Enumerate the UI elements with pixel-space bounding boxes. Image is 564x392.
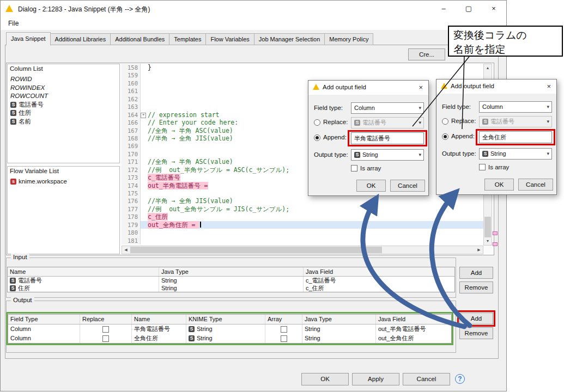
tab-templates[interactable]: Templates [169,33,206,45]
dialog-cancel-button[interactable]: Cancel [518,179,553,191]
code-line[interactable]: 181 [122,237,483,244]
tab-additional-libraries[interactable]: Additional Libraries [51,33,111,45]
code-editor[interactable]: 158}159160161162163164+// expression sta… [122,64,483,246]
code-line[interactable]: 159 [122,71,483,79]
code-line[interactable]: 163 [122,103,483,111]
scroll-left-icon[interactable]: ◀ [122,246,130,254]
code-line[interactable]: 172//例 out_半角サンプル = ASC(c_サンプル); [122,166,483,174]
table-row[interactable]: S電話番号Stringc_電話番号 [8,277,454,284]
output-type-select[interactable]: S String ▾ [351,149,424,161]
replace-column-select[interactable]: S 電話番号 ▾ [351,117,424,128]
input-remove-button[interactable]: Remove [459,281,493,293]
line-number: 175 [122,189,141,197]
text-caret [200,222,201,228]
code-line[interactable]: 160 [122,79,483,87]
code-line[interactable]: 171//全角 → 半角 ASC(value) [122,158,483,166]
flow-variable-item[interactable]: sknime.workspace [8,177,119,186]
maximize-button[interactable]: ▢ [456,1,481,17]
code-text [146,87,148,95]
output-remove-button[interactable]: Remove [459,327,493,339]
input-add-button[interactable]: Add [459,267,493,279]
knime-warning-icon [313,84,319,90]
code-text: //全角 → 半角 ASC(value) [146,158,233,166]
code-line[interactable]: 167//全角 → 半角 ASC(value) [122,127,483,134]
chevron-down-icon: ▾ [419,103,421,113]
replace-radio[interactable] [442,118,448,125]
field-type-select[interactable]: Column ▾ [479,101,552,113]
table-row[interactable]: S住所Stringc_住所 [8,284,454,292]
code-line[interactable]: 162 [122,95,483,103]
dialog-titlebar[interactable]: Add output field × [436,79,556,94]
input-group-title: Input [11,254,29,260]
code-line[interactable]: 166// Enter your code here: [122,119,483,126]
tab-memory-policy[interactable]: Memory Policy [325,33,373,45]
dialog-ok-button[interactable]: OK [484,179,514,191]
is-array-checkbox[interactable] [351,165,357,171]
dialog-ok-button[interactable]: OK [356,180,386,192]
horizontal-scroll-thumb[interactable] [130,247,382,253]
fold-strip [141,142,146,150]
code-line[interactable]: 161 [122,87,483,95]
code-text: // Enter your code here: [146,119,238,126]
minimize-button[interactable]: – [431,1,456,17]
vertical-scroll-thumb[interactable] [484,217,491,237]
flow-variable-list-panel: Flow Variable List sknime.workspace [7,166,120,254]
column-list-item[interactable]: ROWCOUNT [8,92,119,101]
code-line[interactable]: 170 [122,150,483,158]
menu-file[interactable]: File [4,19,23,28]
ok-button[interactable]: OK [301,373,349,385]
close-icon[interactable]: × [547,82,551,90]
scroll-right-icon[interactable]: ▶ [475,246,483,254]
is-array-checkbox[interactable] [479,164,486,170]
code-line[interactable]: 179out_全角住所 = [122,221,483,229]
code-line[interactable]: 173c_電話番号 [122,174,483,181]
replace-column-select[interactable]: S 電話番号 ▾ [479,116,552,127]
dialog-titlebar[interactable]: Add output field × [308,81,428,95]
fold-strip [141,79,146,87]
code-line[interactable]: 178c_住所 [122,213,483,220]
occurrence-highlight: out_半角電話番号 = [148,182,208,189]
close-icon[interactable]: × [419,83,423,91]
column-list-item[interactable]: S名前 [8,118,119,126]
tab-flow-variables[interactable]: Flow Variables [206,33,254,45]
string-type-icon: S [10,278,16,284]
code-line[interactable]: 174out_半角電話番号 = [122,182,483,189]
code-line[interactable]: 168//半角 → 全角 JIS(value) [122,134,483,142]
is-array-label: Is array [488,164,509,170]
code-line[interactable]: 176//半角 → 全角 JIS(value) [122,197,483,205]
string-type-icon: S [354,152,360,158]
tab-additional-bundles[interactable]: Additional Bundles [111,33,169,45]
column-list-item[interactable]: ROWID [8,75,119,84]
help-icon[interactable]: ? [455,374,465,384]
column-list-item[interactable]: S住所 [8,109,119,118]
apply-button[interactable]: Apply [352,373,399,385]
code-line[interactable]: 169 [122,142,483,150]
code-text [146,103,148,111]
cancel-button[interactable]: Cancel [403,373,450,385]
column-list-item[interactable]: S電話番号 [8,101,119,109]
code-line[interactable]: 175 [122,189,483,197]
code-text [146,79,148,87]
field-type-select[interactable]: Column ▾ [351,102,424,114]
fold-strip [141,87,146,95]
code-line[interactable]: 158} [122,64,483,71]
code-text: c_住所 [146,213,168,220]
tab-job-manager-selection[interactable]: Job Manager Selection [254,33,325,45]
append-radio[interactable] [314,134,320,141]
horizontal-scrollbar[interactable]: ◀ ▶ [122,246,483,254]
code-line[interactable]: 180 [122,229,483,236]
tab-java-snippet[interactable]: Java Snippet [6,32,51,46]
table-header-cell: Name [8,267,159,276]
column-list-item[interactable]: ROWINDEX [8,84,119,93]
scroll-up-icon[interactable]: ▲ [484,64,492,72]
append-radio[interactable] [442,133,448,140]
output-type-select[interactable]: S String ▾ [479,148,552,160]
create-template-button[interactable]: Cre... [408,48,445,60]
replace-radio[interactable] [314,119,320,126]
code-line[interactable]: 177//例 out_全角サンプル = JIS(c_サンプル); [122,205,483,213]
code-line[interactable]: 164+// expression start [122,111,483,119]
close-button[interactable]: × [481,1,506,17]
scroll-down-icon[interactable]: ▼ [484,237,492,245]
fold-toggle-icon[interactable]: + [141,113,146,118]
dialog-cancel-button[interactable]: Cancel [390,180,425,192]
